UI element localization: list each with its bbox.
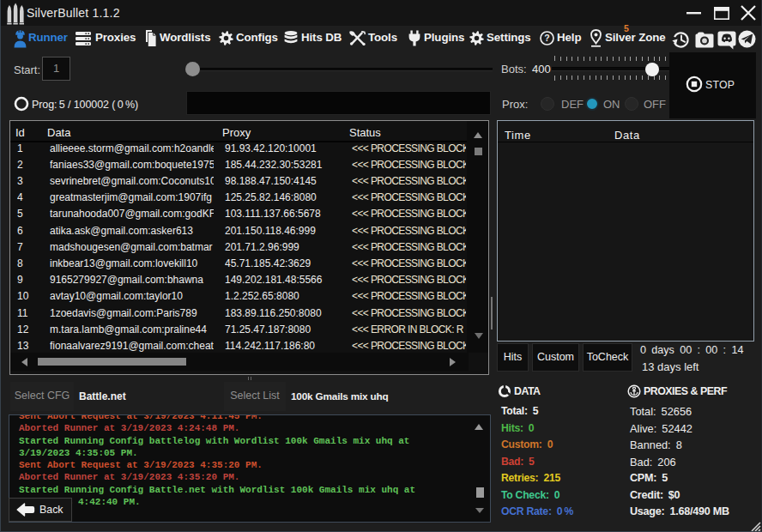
svg-text:?: ? (544, 33, 549, 43)
